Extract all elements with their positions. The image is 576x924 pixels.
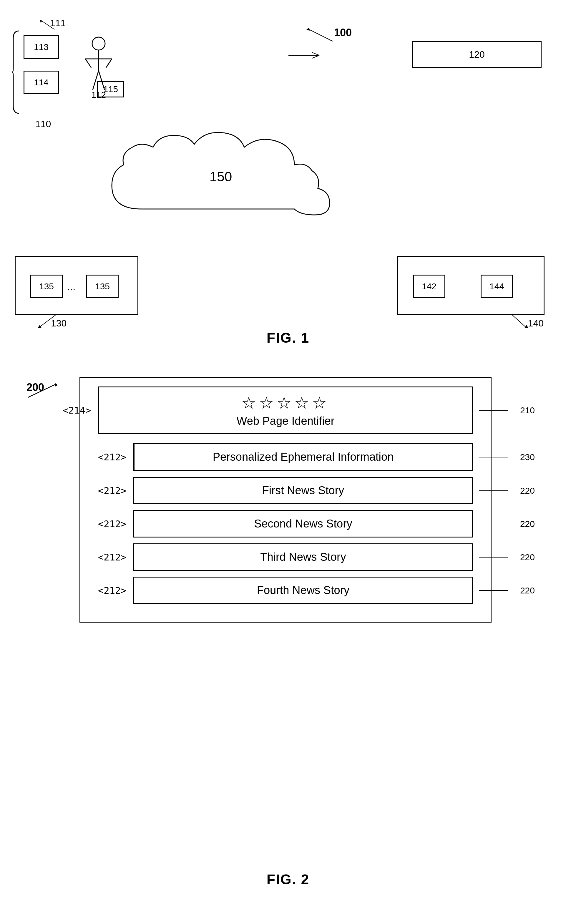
brace-110 — [12, 29, 21, 115]
label-140: 140 — [528, 318, 544, 329]
second-news-label: Second News Story — [254, 518, 352, 530]
svg-marker-19 — [55, 383, 58, 387]
label-114: 114 — [34, 77, 48, 88]
box-115: 115 — [97, 81, 124, 98]
box-142: 142 — [413, 275, 445, 298]
label-142: 142 — [422, 281, 437, 291]
arrow-220b — [479, 518, 526, 530]
third-news-label: Third News Story — [260, 551, 346, 563]
label-200: 200 — [27, 381, 44, 393]
fig2-caption: FIG. 2 — [267, 871, 309, 887]
fig1-caption: FIG. 1 — [267, 330, 309, 346]
personalized-row: <212> Personalized Ephemeral Information… — [98, 443, 473, 471]
label-230: 230 — [520, 452, 535, 462]
group-140: 142 144 140 — [397, 256, 544, 315]
svg-line-8 — [106, 59, 112, 68]
third-news-box: Third News Story — [133, 544, 473, 571]
arrow-200-group: 200 — [27, 383, 68, 401]
arrow-230 — [479, 451, 526, 463]
second-news-box: Second News Story — [133, 510, 473, 537]
box-114: 114 — [24, 70, 59, 94]
group-130: 135 ··· 135 130 — [15, 256, 138, 315]
svg-line-2 — [41, 21, 54, 29]
label-110: 110 — [35, 118, 51, 129]
svg-marker-3 — [40, 20, 42, 23]
svg-marker-15 — [38, 325, 42, 328]
third-news-row: <212> Third News Story 220 — [98, 544, 473, 571]
arrow-100-group: 100 — [303, 27, 344, 45]
tag-212a: <212> — [98, 452, 133, 463]
label-144: 144 — [490, 281, 504, 291]
label-115: 115 — [103, 84, 118, 94]
label-113: 113 — [34, 42, 48, 52]
stars-row: ☆☆☆☆☆ — [105, 393, 466, 412]
box-135b: 135 — [86, 275, 118, 298]
group-110: 111 113 114 — [12, 29, 138, 115]
label-220d: 220 — [520, 585, 535, 595]
label-210: 210 — [520, 405, 535, 416]
tag-212e: <212> — [98, 585, 133, 596]
box-113: 113 — [24, 35, 59, 59]
tag-212b: <212> — [98, 485, 133, 496]
dots-135: ··· — [67, 283, 75, 294]
first-news-row: <212> First News Story 220 — [98, 477, 473, 504]
arrow-100-to-120 — [288, 43, 324, 67]
label-120: 120 — [469, 49, 485, 60]
box-210-wrapper: ☆☆☆☆☆ Web Page Identifier <214> 210 — [98, 387, 473, 434]
cloud-label-150: 150 — [210, 169, 232, 185]
tag-212c: <212> — [98, 518, 133, 529]
svg-line-12 — [312, 53, 319, 55]
label-130: 130 — [51, 318, 67, 329]
page-container: 100 111 113 114 — [0, 0, 576, 924]
second-news-row: <212> Second News Story 220 — [98, 510, 473, 537]
label-100: 100 — [334, 27, 352, 39]
main-container-200: ☆☆☆☆☆ Web Page Identifier <214> 210 <212… — [80, 377, 491, 623]
tag-214: <214> — [63, 405, 91, 416]
label-220b: 220 — [520, 519, 535, 529]
box-144: 144 — [481, 275, 513, 298]
label-220a: 220 — [520, 486, 535, 496]
arrow-220a — [479, 485, 526, 497]
svg-line-13 — [312, 55, 319, 58]
svg-point-4 — [92, 37, 105, 50]
box-135a: 135 — [30, 275, 63, 298]
fourth-news-row: <212> Fourth News Story 220 — [98, 577, 473, 604]
first-news-label: First News Story — [262, 484, 344, 497]
cloud-150: 150 — [88, 126, 353, 227]
arrow-220c — [479, 552, 526, 563]
personalized-label: Personalized Ephemeral Information — [213, 451, 394, 463]
arrow-220d — [479, 585, 526, 596]
fourth-news-label: Fourth News Story — [257, 584, 350, 596]
svg-line-0 — [309, 29, 333, 41]
svg-line-16 — [511, 314, 526, 327]
label-220c: 220 — [520, 552, 535, 562]
personalized-box: Personalized Ephemeral Information — [133, 443, 473, 471]
box-120: 120 — [412, 41, 542, 68]
web-page-id-label: Web Page Identifier — [105, 415, 466, 427]
arrow-210 — [479, 404, 526, 416]
box-210: ☆☆☆☆☆ Web Page Identifier — [98, 387, 473, 434]
svg-marker-1 — [306, 28, 310, 30]
first-news-box: First News Story — [133, 477, 473, 504]
fig1-area: 100 111 113 114 — [0, 12, 576, 321]
arrow-111 — [38, 19, 56, 31]
svg-line-7 — [85, 59, 91, 68]
fourth-news-box: Fourth News Story — [133, 577, 473, 604]
tag-212d: <212> — [98, 552, 133, 563]
label-135b: 135 — [95, 281, 110, 291]
label-135a: 135 — [39, 281, 54, 291]
